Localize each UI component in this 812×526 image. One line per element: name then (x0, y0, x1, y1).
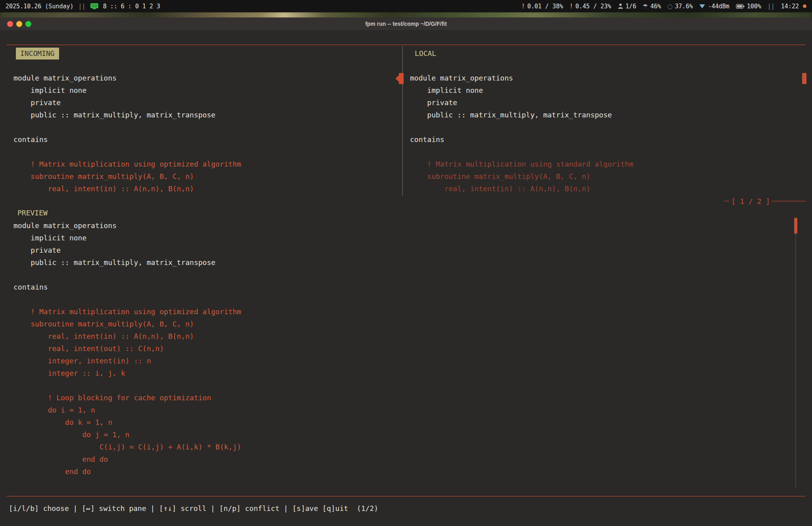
code-line: public :: matrix_multiply, matrix_transp… (13, 256, 241, 269)
zoom-button[interactable] (25, 21, 31, 27)
incoming-pane-label: INCOMING (16, 48, 59, 60)
user-icon (618, 3, 623, 9)
code-line: ! Matrix multiplication using optimized … (13, 158, 241, 170)
mem-load-widget[interactable]: ! 0.45 / 23% (569, 3, 611, 10)
code-line: public :: matrix_multiply, matrix_transp… (13, 109, 241, 121)
code-line: public :: matrix_multiply, matrix_transp… (410, 109, 634, 121)
code-line: module matrix_operations (410, 72, 634, 84)
code-line: C(i,j) = C(i,j) + A(i,k) * B(k,j) (13, 441, 241, 453)
code-line (13, 121, 241, 133)
code-line (13, 269, 241, 281)
code-line: contains (13, 133, 241, 146)
cpu-load-widget[interactable]: ! 0.01 / 38% (521, 3, 563, 10)
conflict-marker-arrow-icon (395, 75, 399, 82)
record-dot-icon (803, 4, 806, 8)
preview-pane-code[interactable]: module matrix_operations implicit none p… (13, 219, 241, 478)
code-line: module matrix_operations (13, 219, 241, 232)
battery-widget[interactable]: 100% (736, 3, 761, 10)
battery-value: 100% (747, 3, 761, 10)
system-menubar: 2025.10.26 (Sunday) || 8 :: 6 : 0 1 2 3 … (0, 0, 812, 12)
code-line: ! Matrix multiplication using standard a… (410, 158, 634, 170)
mem-load-value: 0.45 / 23% (575, 3, 611, 10)
code-line: private (13, 96, 241, 109)
dotted-circle-icon: ◌ (667, 3, 672, 10)
code-line: ! Loop blocking for cache optimization (13, 392, 241, 404)
preview-scrollbar-thumb[interactable] (794, 218, 797, 234)
terminal-window: fpm run -- test/comp ~/D/G/F/fit INCOMIN… (0, 17, 812, 526)
local-pane-label: LOCAL (415, 48, 436, 60)
wifi-widget[interactable]: -44dBm (699, 3, 729, 10)
window-controls (7, 21, 31, 27)
code-line: real, intent(in) :: A(n,n), B(n,n) (410, 182, 634, 195)
code-line (13, 379, 241, 392)
wifi-value: -44dBm (708, 3, 729, 10)
titlebar[interactable]: fpm run -- test/comp ~/D/G/F/fit (0, 17, 812, 30)
queue-widget[interactable]: 1/6 (618, 3, 636, 10)
wifi-icon (699, 4, 705, 9)
alert-icon: ! (569, 3, 573, 10)
code-line (13, 146, 241, 158)
separator: || (768, 3, 775, 10)
code-line: integer, intent(in) :: n (13, 355, 241, 367)
display-icon (90, 3, 98, 10)
disk-widget[interactable]: ◌ 37.6% (667, 3, 693, 10)
pane-divider (402, 46, 403, 196)
time-value: 14:22 (781, 3, 799, 10)
code-line (410, 121, 634, 133)
code-line: subroutine matrix_multiply(A, B, C, n) (13, 170, 241, 182)
code-line: implicit none (13, 232, 241, 244)
disk-value: 37.6% (675, 3, 693, 10)
code-line: contains (13, 281, 241, 293)
code-line: do j = 1, n (13, 428, 241, 441)
local-pane-code[interactable]: module matrix_operations implicit none p… (410, 72, 634, 195)
separator: || (79, 3, 86, 10)
close-button[interactable] (7, 21, 13, 27)
code-line: implicit none (410, 84, 634, 96)
code-line: integer :: i, j, k (13, 367, 241, 379)
humidity-widget[interactable]: ☂ 46% (643, 3, 661, 10)
alert-icon: ! (521, 3, 525, 10)
code-line: end do (13, 465, 241, 478)
conflict-marker (395, 73, 404, 84)
page-indicator-text: [ 1 / 2 ] (731, 197, 770, 205)
top-rule (7, 44, 805, 45)
code-line: implicit none (13, 84, 241, 96)
window-title: fpm run -- test/comp ~/D/G/F/fit (365, 21, 447, 27)
menubar-right: ! 0.01 / 38% ! 0.45 / 23% 1/6 ☂ 46% ◌ 37… (521, 3, 806, 10)
queue-value: 1/6 (626, 3, 636, 10)
status-bar: [i/l/b] choose | [↔] switch pane | [↑↓] … (9, 502, 378, 514)
minimize-button[interactable] (16, 21, 22, 27)
umbrella-icon: ☂ (643, 3, 648, 10)
code-line: end do (13, 453, 241, 465)
menubar-left: 2025.10.26 (Sunday) || 8 :: 6 : 0 1 2 3 (6, 3, 160, 10)
code-line: module matrix_operations (13, 72, 241, 84)
code-line: subroutine matrix_multiply(A, B, C, n) (13, 318, 241, 330)
battery-icon (736, 4, 745, 9)
divider-line (772, 201, 805, 202)
conflict-marker-bar (399, 73, 404, 84)
code-line: subroutine matrix_multiply(A, B, C, n) (410, 170, 634, 182)
cpu-load-value: 0.01 / 38% (527, 3, 563, 10)
conflict-page-indicator: [ 1 / 2 ] (724, 198, 805, 205)
code-line: ! Matrix multiplication using optimized … (13, 305, 241, 318)
workspace-indicator[interactable]: 8 :: 6 : 0 1 2 3 (103, 3, 161, 10)
code-line: do k = 1, n (13, 416, 241, 428)
clock-widget[interactable]: 14:22 (781, 3, 806, 10)
bottom-rule (7, 496, 805, 497)
humidity-value: 46% (650, 3, 661, 10)
screen: 2025.10.26 (Sunday) || 8 :: 6 : 0 1 2 3 … (0, 0, 812, 526)
preview-pane-label: PREVIEW (17, 207, 48, 219)
incoming-pane-code[interactable]: module matrix_operations implicit none p… (13, 72, 241, 195)
code-line (410, 146, 634, 158)
code-line: real, intent(in) :: A(n,n), B(n,n) (13, 330, 241, 342)
code-line: real, intent(in) :: A(n,n), B(n,n) (13, 182, 241, 195)
local-scrollbar-thumb[interactable] (802, 73, 806, 84)
preview-scrollbar-track[interactable] (795, 218, 796, 488)
code-line: private (13, 244, 241, 256)
code-line: do i = 1, n (13, 404, 241, 416)
code-line: real, intent(out) :: C(n,n) (13, 342, 241, 355)
date-display[interactable]: 2025.10.26 (Sunday) (6, 3, 74, 10)
code-line: contains (410, 133, 634, 146)
divider-line (724, 201, 729, 202)
code-line: private (410, 96, 634, 109)
